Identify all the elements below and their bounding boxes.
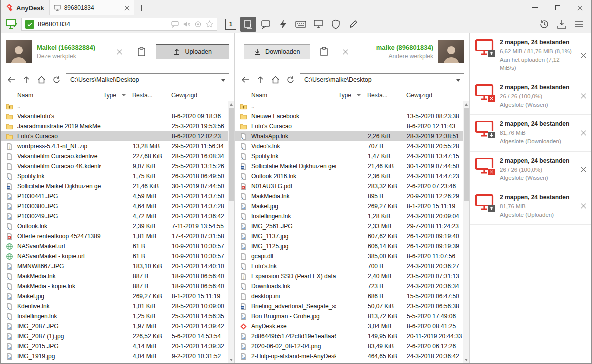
dismiss-transfer-icon[interactable] (581, 94, 586, 99)
column-type[interactable]: Type (335, 90, 364, 101)
file-row[interactable]: Bon Brugman - Grohe.jpg 813,72 KiB 5-5-2… (235, 312, 463, 322)
file-row[interactable]: Sollicitatie Maikel Dijkhuizen gemeente … (1, 182, 228, 192)
scroll-down-icon[interactable] (228, 357, 234, 364)
file-row[interactable]: desktop.ini 686 B 15-5-2020 06:47:50 (235, 292, 463, 302)
file-row[interactable]: gcapi.dll 385,00 KiB 8-6-2020 11:07:56 (235, 252, 463, 262)
file-row[interactable]: Foto's Curacao 8-6-2020 12:11:43 (235, 122, 463, 132)
file-row[interactable]: .. (235, 102, 463, 112)
local-scrollbar[interactable] (228, 102, 234, 364)
column-name[interactable]: Naam (235, 90, 335, 101)
home-button[interactable] (36, 74, 47, 86)
dismiss-transfer-icon[interactable] (581, 167, 586, 172)
file-row[interactable]: Offerte renteafkoop 452471389 ondertek..… (1, 232, 228, 242)
file-row[interactable]: MMNW8667.JPG 183,10 KiB 20-1-2020 14:40:… (1, 262, 228, 272)
file-row[interactable]: .. (1, 102, 228, 112)
scroll-up-icon[interactable] (463, 102, 469, 108)
remote-scrollbar[interactable] (463, 102, 469, 364)
file-row[interactable]: Expansion SSD (Pearl EX) data sheet.zip … (235, 272, 463, 282)
file-row[interactable]: Instellingen.lnk 1,25 KiB 25-3-2018 14:5… (1, 312, 228, 322)
dismiss-transfer-icon[interactable] (581, 53, 586, 58)
column-modified[interactable]: Gewijzigd (168, 90, 234, 101)
deselect-files-icon[interactable] (343, 50, 348, 55)
downloads-button[interactable] (554, 17, 570, 32)
upload-button[interactable]: Uploaden (156, 44, 229, 60)
file-row[interactable]: Outlook 2016.lnk 2,36 KiB 24-3-2018 14:4… (235, 172, 463, 182)
actions-button[interactable] (275, 17, 291, 32)
file-row[interactable]: 2d86449b51742c8d19e1ea8aa6adee52a2.jpg 1… (235, 332, 463, 342)
file-row[interactable]: Sollicitatie Maikel Dijkhuizen gemeente … (235, 162, 463, 172)
remote-path-combobox[interactable]: C:\Users\maike\Desktop (300, 74, 464, 86)
column-type[interactable]: Type (100, 90, 129, 101)
file-row[interactable]: P1030441.JPG 4,59 MiB 20-1-2020 14:37:50 (1, 192, 228, 202)
file-row[interactable]: Foto's Curacao 8-6-2020 12:02:23 (1, 132, 228, 142)
file-row[interactable]: MaikMedia.lnk 895 B 20-9-2018 12:26:29 (235, 192, 463, 202)
clipboard-icon[interactable] (136, 46, 147, 58)
scroll-down-icon[interactable] (463, 357, 469, 364)
file-row[interactable]: Jaaradministratie 2019 MaikMedia 25-3-20… (1, 122, 228, 132)
file-transfer-button[interactable] (240, 17, 256, 32)
dismiss-transfer-icon[interactable] (581, 130, 586, 136)
file-row[interactable]: Foto's.lnk 700 B 24-3-2018 20:36:27 (235, 262, 463, 272)
keyboard-button[interactable] (293, 17, 309, 32)
file-row[interactable]: IMG_1919.jpg 4,04 MiB 9-2-2020 10:31:52 (1, 352, 228, 362)
download-button[interactable]: Downloaden (244, 44, 310, 60)
file-row[interactable]: AnyDesk.exe 3,04 MiB 8-6-2020 08:41:25 (235, 322, 463, 332)
file-row[interactable]: Outlook.lnk 2,39 KiB 7-11-2019 13:54:55 (1, 222, 228, 232)
file-row[interactable]: Instellingen.lnk 1,28 KiB 24-3-2018 20:0… (235, 212, 463, 222)
dismiss-transfer-icon[interactable] (581, 204, 586, 209)
deselect-files-icon[interactable] (117, 50, 122, 55)
history-button[interactable] (536, 17, 552, 32)
clipboard-icon[interactable] (319, 46, 329, 58)
file-row[interactable]: NASvanMaikel.url 61 B 10-9-2018 10:30:57 (1, 242, 228, 252)
file-row[interactable]: NASvanMaikel - kopie.url 61 B 10-9-2018 … (1, 252, 228, 262)
file-row[interactable]: IMG_1137.jpg 607,62 KiB 26-1-2020 09:19:… (235, 232, 463, 242)
file-row[interactable]: Downloads.lnk 723 B 24-3-2020 20:36:34 (235, 282, 463, 292)
file-row[interactable]: N01AU3TG.pdf 283,32 KiB 2-6-2020 07:23:4… (235, 182, 463, 192)
file-row[interactable]: IMG_2087.JPG 1,97 MiB 20-1-2020 14:39:42 (1, 322, 228, 332)
file-row[interactable]: 2-Hulp-op-afstand-met-AnyDesk.png 464,65… (235, 352, 463, 362)
maximize-button[interactable] (546, 0, 569, 16)
menu-button[interactable] (571, 17, 587, 32)
file-row[interactable]: 2020-06-02_08-12-04.png 83,49 KiB 2-6-20… (235, 342, 463, 352)
column-size[interactable]: Besta... (129, 90, 168, 101)
column-size[interactable]: Besta... (364, 90, 403, 101)
file-row[interactable]: P1030380.JPG 4,64 MiB 20-1-2020 14:37:28 (1, 202, 228, 212)
file-row[interactable]: MaikMedia - kopie.lnk 887 B 18-9-2018 06… (1, 282, 228, 292)
file-row[interactable]: WhatsApp.lnk 2,26 KiB 28-3-2019 12:38:51 (235, 132, 463, 142)
file-row[interactable]: P1030249.JPG 4,72 MiB 20-1-2020 14:36:42 (1, 212, 228, 222)
file-row[interactable]: Nieuwe Facebook 13-5-2020 08:23:38 (235, 112, 463, 122)
minimize-button[interactable] (524, 0, 546, 16)
file-row[interactable]: MaikMedia.lnk 887 B 18-9-2018 06:56:40 (1, 272, 228, 282)
refresh-button[interactable] (51, 74, 62, 86)
home-button[interactable] (270, 74, 281, 86)
tab-close-icon[interactable] (124, 6, 130, 11)
scrollbar-thumb[interactable] (464, 108, 469, 201)
file-row[interactable]: wordpress-5.4.1-nl_NL.zip 13,28 MiB 29-5… (1, 142, 228, 152)
file-row[interactable]: Video's.lnk 707 B 24-3-2018 20:55:28 (235, 142, 463, 152)
column-name[interactable]: Naam (1, 90, 100, 101)
file-row[interactable]: Kdenlive.lnk 1,01 KiB 28-5-2020 10:09:00 (1, 302, 228, 312)
file-row[interactable]: Spotify.lnk 1,75 KiB 26-3-2018 06:49:50 (1, 172, 228, 182)
up-button[interactable] (21, 74, 32, 86)
session-tab[interactable]: 896801834 (49, 0, 134, 16)
file-row[interactable]: Spotify.lnk 1,47 KiB 24-3-2018 13:47:15 (235, 152, 463, 162)
local-path-combobox[interactable]: C:\Users\Maikel\Desktop (66, 74, 229, 86)
file-row[interactable]: Briefing_advertorial_Seagate_ssd_Compu..… (235, 302, 463, 312)
chat-button[interactable] (258, 17, 274, 32)
column-modified[interactable]: Gewijzigd (403, 90, 469, 101)
back-button[interactable] (240, 74, 251, 86)
file-row[interactable]: Maikel.jpg 269,27 KiB 8-1-2020 15:11:19 (235, 202, 463, 212)
file-row[interactable]: IMG_2561.JPG 2,33 MiB 29-7-2018 11:24:23 (235, 222, 463, 232)
file-row[interactable]: Vakantiefoto's 8-6-2020 09:18:36 (1, 112, 228, 122)
close-button[interactable] (569, 0, 591, 16)
scrollbar-thumb[interactable] (229, 108, 234, 201)
file-row[interactable]: Vakantiefilm Curacao 4K.kdenlive 9,07 Ki… (1, 162, 228, 172)
new-tab-button[interactable] (134, 0, 149, 16)
file-row[interactable]: Vakantiefilm Curacao.kdenlive 227,68 KiB… (1, 152, 228, 162)
file-row[interactable]: IMG_2087 (1).jpg 226,52 KiB 5-6-2020 14:… (1, 332, 228, 342)
file-row[interactable]: IMG_1125.jpg 606,14 KiB 26-1-2020 09:19:… (235, 242, 463, 252)
refresh-button[interactable] (285, 74, 296, 86)
up-button[interactable] (255, 74, 266, 86)
address-bar[interactable]: 896801834 (21, 18, 217, 31)
back-button[interactable] (6, 74, 17, 86)
